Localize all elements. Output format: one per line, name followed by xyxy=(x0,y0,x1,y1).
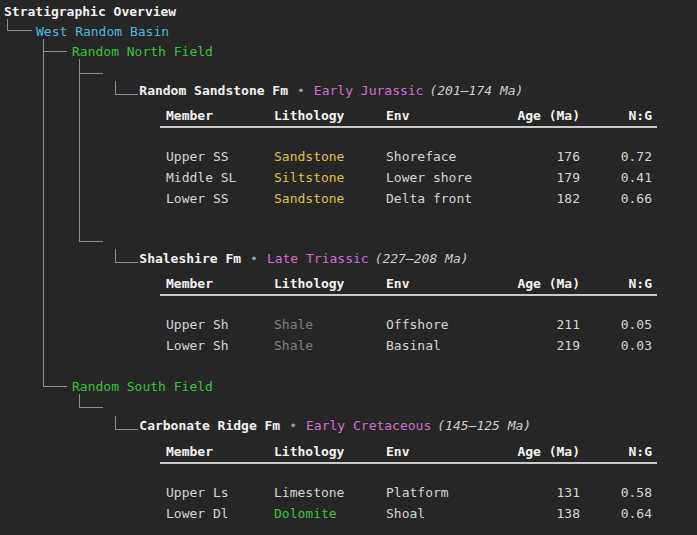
tree-stub-formation-1 xyxy=(79,73,103,74)
col-header-ng: N:G xyxy=(160,275,652,292)
table-row: Lower Sh Shale Basinal 219 0.03 xyxy=(160,337,657,354)
cell-ng: 0.41 xyxy=(160,169,652,186)
cell-ng: 0.72 xyxy=(160,148,652,165)
header-rule xyxy=(160,294,657,296)
bullet-separator: • xyxy=(250,251,258,266)
cell-ng: 0.03 xyxy=(160,337,652,354)
bullet-separator: • xyxy=(289,418,297,433)
tree-item-basin: West Random Basin xyxy=(36,23,169,40)
table-header-row: Member Lithology Env Age (Ma) N:G xyxy=(160,275,657,292)
page-title: Stratigraphic Overview xyxy=(4,3,176,20)
formation-name: Shaleshire Fm xyxy=(139,251,241,266)
table-row: Upper SS Sandstone Shoreface 176 0.72 xyxy=(160,148,657,165)
formation-epoch: Early Cretaceous xyxy=(306,418,431,433)
table-row: Lower SS Sandstone Delta front 182 0.66 xyxy=(160,190,657,207)
formation-header-1: Random Sandstone Fm•Early Jurassic(201–1… xyxy=(108,65,523,82)
tree-stub-north-field xyxy=(43,51,67,52)
cell-ng: 0.58 xyxy=(160,484,652,501)
formation-name: Random Sandstone Fm xyxy=(139,83,288,98)
formation-age-range: (145–125 Ma) xyxy=(437,418,531,433)
cell-ng: 0.64 xyxy=(160,505,652,522)
cell-ng: 0.66 xyxy=(160,190,652,207)
col-header-ng: N:G xyxy=(160,443,652,460)
formation-age-range: (227–208 Ma) xyxy=(375,251,469,266)
table-header-row: Member Lithology Env Age (Ma) N:G xyxy=(160,107,657,124)
tree-connector-root-basin xyxy=(7,19,32,31)
formation-epoch: Early Jurassic xyxy=(314,83,424,98)
tree-branch-basin-children xyxy=(43,39,44,386)
table-row: Lower Dl Dolomite Shoal 138 0.64 xyxy=(160,505,657,522)
tree-connector-formation-3 xyxy=(79,394,103,408)
stratigraphy-terminal: Stratigraphic Overview West Random Basin… xyxy=(0,0,697,535)
formation-epoch: Late Triassic xyxy=(267,251,369,266)
table-row: Upper Sh Shale Offshore 211 0.05 xyxy=(160,316,657,333)
formation-header-2: Shaleshire Fm•Late Triassic(227–208 Ma) xyxy=(108,233,469,250)
formation-age-range: (201–174 Ma) xyxy=(429,83,523,98)
bullet-separator: • xyxy=(297,83,305,98)
table-header-row: Member Lithology Env Age (Ma) N:G xyxy=(160,443,657,460)
tree-item-field-north: Random North Field xyxy=(72,43,213,60)
header-rule xyxy=(160,126,657,128)
tree-stub-south-field xyxy=(43,386,67,387)
header-rule xyxy=(160,462,657,464)
formation-name: Carbonate Ridge Fm xyxy=(139,418,280,433)
tree-branch-north-children xyxy=(79,59,80,241)
cell-ng: 0.05 xyxy=(160,316,652,333)
table-row: Upper Ls Limestone Platform 131 0.58 xyxy=(160,484,657,501)
formation-header-3: Carbonate Ridge Fm•Early Cretaceous(145–… xyxy=(108,400,531,417)
tree-stub-formation-2 xyxy=(79,241,103,242)
tree-item-field-south: Random South Field xyxy=(72,378,213,395)
table-row: Middle SL Siltstone Lower shore 179 0.41 xyxy=(160,169,657,186)
col-header-ng: N:G xyxy=(160,107,652,124)
